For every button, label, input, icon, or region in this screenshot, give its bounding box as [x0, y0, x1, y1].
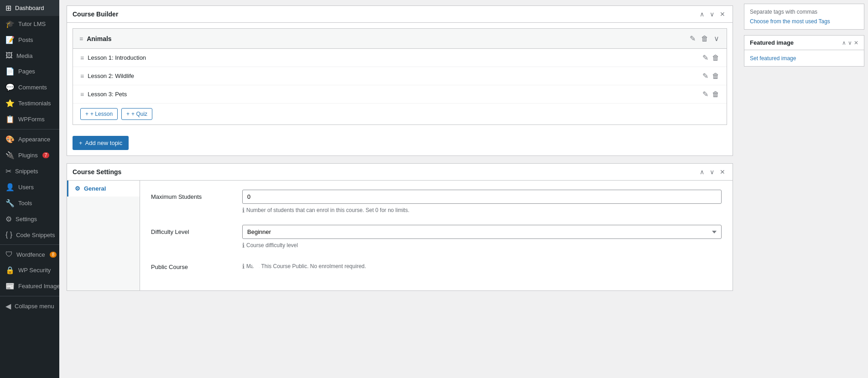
course-builder-box: Course Builder ∧ ∨ ✕ ≡ Animals ✎ 🗑	[67, 5, 733, 156]
sidebar-item-pages[interactable]: 📄 Pages	[0, 63, 59, 79]
users-icon: 👤	[5, 183, 15, 192]
course-settings-title: Course Settings	[73, 168, 121, 176]
max-students-row: Maximum Students ℹ Number of students th…	[151, 190, 722, 214]
appearance-icon: 🎨	[5, 135, 15, 144]
course-settings-collapse-up[interactable]: ∧	[698, 167, 706, 176]
testimonials-icon: ⭐	[5, 99, 15, 108]
course-builder-collapse-down[interactable]: ∨	[708, 10, 716, 19]
course-settings-collapse-down[interactable]: ∨	[708, 167, 716, 176]
sidebar-item-comments[interactable]: 💬 Comments	[0, 79, 59, 95]
sidebar-item-posts[interactable]: 📝 Posts	[0, 32, 59, 48]
course-builder-collapse-up[interactable]: ∧	[698, 10, 706, 19]
sidebar-item-label: Testimonials	[18, 100, 51, 107]
max-students-hint: ℹ Number of students that can enrol in t…	[242, 207, 722, 214]
lesson-edit-button[interactable]: ✎	[702, 53, 708, 62]
sidebar-item-label: Comments	[18, 84, 47, 91]
sidebar-item-users[interactable]: 👤 Users	[0, 179, 59, 195]
topic-actions: ✎ 🗑 ∨	[689, 33, 720, 44]
gear-nav-icon: ⚙	[75, 185, 80, 192]
lesson-delete-button[interactable]: 🗑	[712, 53, 719, 62]
difficulty-select[interactable]: Beginner Intermediate Advanced Expert	[242, 225, 722, 239]
lesson-title-area: ≡ Lesson 2: Wildlife	[80, 72, 134, 80]
sidebar-item-collapse[interactable]: ◀ Collapse menu	[0, 298, 59, 314]
add-topic-label: Add new topic	[85, 140, 123, 146]
sidebar-item-settings[interactable]: ⚙ Settings	[0, 211, 59, 227]
topic-header: ≡ Animals ✎ 🗑 ∨	[73, 29, 727, 49]
sidebar-item-label: WP Security	[18, 267, 51, 274]
add-quiz-button[interactable]: + + Quiz	[121, 108, 152, 120]
add-quiz-icon: +	[126, 111, 130, 117]
tags-separator-text: Separate tags with commas	[750, 9, 858, 15]
dashboard-icon: ⊞	[5, 4, 11, 12]
sidebar-item-media[interactable]: 🖼 Media	[0, 48, 59, 63]
sidebar-item-wpforms[interactable]: 📋 WPForms	[0, 111, 59, 127]
topic-expand-button[interactable]: ∨	[713, 33, 720, 44]
settings-sidebar: ⚙ General	[67, 181, 140, 290]
lesson-edit-button[interactable]: ✎	[702, 90, 708, 98]
wordfence-icon: 🛡	[5, 250, 13, 259]
lesson-delete-button[interactable]: 🗑	[712, 72, 719, 80]
choose-tags-link[interactable]: Choose from the most used Tags	[750, 18, 830, 25]
topic-delete-button[interactable]: 🗑	[700, 34, 709, 44]
max-students-field: ℹ Number of students that can enrol in t…	[242, 190, 722, 214]
add-topic-button[interactable]: + Add new topic	[73, 136, 129, 150]
lesson-title: Lesson 3: Pets	[88, 91, 127, 98]
collapse-icon: ◀	[5, 302, 11, 311]
sidebar-item-label: Settings	[16, 216, 37, 223]
max-students-label: Maximum Students	[151, 190, 242, 200]
sidebar-item-tutor-lms[interactable]: 🎓 Tutor LMS	[0, 16, 59, 32]
sidebar: ⊞ Dashboard 🎓 Tutor LMS 📝 Posts 🖼 Media …	[0, 0, 59, 378]
lesson-drag-handle[interactable]: ≡	[80, 54, 84, 62]
sidebar-item-dashboard[interactable]: ⊞ Dashboard	[0, 0, 59, 16]
sidebar-item-label: Posts	[18, 36, 33, 43]
sidebar-item-tools[interactable]: 🔧 Tools	[0, 195, 59, 211]
topic-drag-handle[interactable]: ≡	[79, 35, 83, 42]
sidebar-item-appearance[interactable]: 🎨 Appearance	[0, 131, 59, 147]
center-panel: Course Builder ∧ ∨ ✕ ≡ Animals ✎ 🗑	[59, 0, 740, 378]
lesson-actions: ✎ 🗑	[702, 90, 719, 98]
set-featured-image-link[interactable]: Set featured image	[750, 55, 796, 62]
lesson-row: ≡ Lesson 2: Wildlife ✎ 🗑	[73, 67, 727, 85]
lesson-title-area: ≡ Lesson 3: Pets	[80, 91, 127, 98]
public-course-hint: ℹ Make This Course Public. No enrolment …	[242, 263, 722, 270]
comments-icon: 💬	[5, 83, 15, 92]
add-lesson-button[interactable]: + + Lesson	[80, 108, 118, 120]
featured-image-up[interactable]: ∧	[842, 40, 846, 46]
max-students-input[interactable]	[242, 190, 722, 204]
sidebar-item-label: Tools	[18, 200, 32, 207]
lesson-drag-handle[interactable]: ≡	[80, 72, 84, 80]
course-settings-header: Course Settings ∧ ∨ ✕	[67, 164, 733, 181]
course-builder-close[interactable]: ✕	[718, 10, 727, 19]
snippets-icon: ✂	[5, 167, 11, 176]
featured-image-down[interactable]: ∨	[848, 40, 852, 46]
settings-nav-general[interactable]: ⚙ General	[67, 181, 140, 197]
featured-image-controls: ∧ ∨ ✕	[842, 40, 858, 46]
sidebar-item-wordfence[interactable]: 🛡 Wordfence 8	[0, 247, 59, 262]
max-students-hint-text: Number of students that can enrol in thi…	[246, 207, 410, 213]
right-panel: Separate tags with commas Choose from th…	[740, 0, 868, 378]
sidebar-item-testimonials[interactable]: ⭐ Testimonials	[0, 95, 59, 111]
add-lesson-row: + + Lesson + + Quiz	[73, 104, 727, 124]
lesson-row: ≡ Lesson 3: Pets ✎ 🗑	[73, 85, 727, 104]
course-settings-close[interactable]: ✕	[718, 167, 727, 176]
lesson-drag-handle[interactable]: ≡	[80, 91, 84, 98]
course-builder-title: Course Builder	[73, 10, 118, 18]
sidebar-item-featured-images[interactable]: 📰 Featured Images In RSS	[0, 278, 59, 294]
lesson-delete-button[interactable]: 🗑	[712, 90, 719, 98]
wpforms-icon: 📋	[5, 115, 15, 124]
public-course-field: ℹ Make This Course Public. No enrolment …	[242, 260, 722, 270]
lesson-row: ≡ Lesson 1: Introduction ✎ 🗑	[73, 49, 727, 67]
sidebar-item-wp-security[interactable]: 🔒 WP Security	[0, 262, 59, 278]
lesson-edit-button[interactable]: ✎	[702, 72, 708, 80]
topic-edit-button[interactable]: ✎	[689, 33, 696, 44]
sidebar-item-code-snippets[interactable]: { } Code Snippets	[0, 227, 59, 243]
sidebar-item-plugins[interactable]: 🔌 Plugins 7	[0, 147, 59, 163]
posts-icon: 📝	[5, 36, 15, 44]
public-course-info-icon: ℹ	[242, 263, 244, 270]
course-builder-controls: ∧ ∨ ✕	[698, 10, 727, 19]
difficulty-row: Difficulty Level Beginner Intermediate A…	[151, 225, 722, 249]
featured-image-close[interactable]: ✕	[854, 40, 858, 46]
featured-image-title: Featured image	[750, 39, 794, 46]
sidebar-item-snippets[interactable]: ✂ Snippets	[0, 163, 59, 179]
public-course-hint-text: Make This Course Public. No enrolment re…	[246, 263, 366, 269]
